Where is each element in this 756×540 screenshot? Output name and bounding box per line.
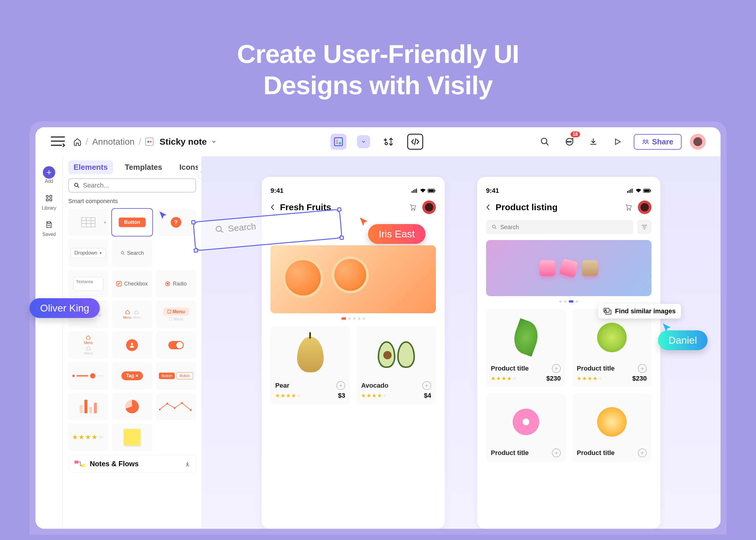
component-button[interactable]: Button	[112, 209, 152, 236]
status-icons	[627, 189, 652, 193]
search-input-mock2[interactable]	[500, 224, 628, 230]
product-name: Pear	[275, 382, 289, 389]
component-textarea[interactable]: Textarea	[68, 270, 108, 297]
breadcrumb-root[interactable]: Annotation	[92, 137, 134, 147]
add-icon[interactable]: +	[552, 364, 561, 373]
svg-point-15	[121, 252, 124, 254]
selection-box[interactable]: Search	[193, 209, 343, 251]
context-label: Find similar images	[615, 307, 676, 315]
component-tag[interactable]: Tag ×	[112, 362, 152, 389]
component-table[interactable]: ▾	[68, 209, 108, 236]
svg-point-4	[567, 141, 568, 142]
component-toggle[interactable]	[156, 332, 196, 359]
back-icon[interactable]	[486, 204, 490, 210]
svg-point-44	[627, 209, 628, 210]
svg-point-46	[492, 225, 495, 228]
component-slider[interactable]	[68, 362, 108, 389]
code-button[interactable]	[407, 134, 423, 150]
cart-icon[interactable]	[624, 203, 632, 211]
product-card-pear[interactable]: Pear+ ★★★★★$3	[270, 326, 350, 404]
component-search[interactable]: Search	[112, 239, 152, 267]
library-tool[interactable]: Library	[42, 194, 57, 211]
product-card[interactable]: Product title+	[572, 394, 652, 462]
component-menu-vertical[interactable]: Menu Menu	[68, 332, 108, 359]
mockup-fresh-fruits[interactable]: 9:41 Fresh Fruits	[262, 177, 445, 529]
product-card[interactable]: Product title+ ★★★★★$230	[486, 309, 565, 387]
component-checkbox[interactable]: Checkbox	[112, 270, 152, 297]
collapse-panel-button[interactable]: ‹	[198, 165, 202, 179]
svg-rect-39	[630, 189, 631, 193]
user-avatar[interactable]	[690, 134, 706, 150]
download-button[interactable]	[585, 134, 601, 150]
product-card[interactable]: Product title+	[486, 394, 565, 462]
cart-icon[interactable]	[409, 203, 416, 211]
carousel-dots[interactable]	[486, 300, 652, 303]
tab-icons[interactable]: Icons	[174, 160, 202, 174]
component-stars[interactable]: ★★★★★	[68, 424, 108, 451]
status-time: 9:41	[270, 187, 283, 195]
back-icon[interactable]	[270, 204, 275, 210]
component-dropdown[interactable]: Dropdown▼	[68, 239, 108, 267]
saved-tool[interactable]: Saved	[42, 221, 56, 237]
search-icon	[215, 225, 225, 234]
tab-templates[interactable]: Templates	[120, 160, 168, 174]
chevron-down-icon[interactable]	[211, 139, 217, 145]
component-menu-highlight[interactable]: ☐ Menu ☐ Menu	[156, 301, 196, 328]
component-menu-icons[interactable]: MenuMenu	[112, 301, 152, 328]
play-button[interactable]	[610, 134, 626, 150]
listing-hero-image[interactable]	[486, 240, 652, 296]
product-card-avocado[interactable]: Avocado+ ★★★★★$4	[357, 326, 436, 404]
component-avatar[interactable]	[112, 332, 152, 359]
product-card[interactable]: Product title+ ★★★★★$230	[572, 309, 652, 387]
panel-search[interactable]	[68, 178, 196, 193]
design-mode-button[interactable]	[331, 134, 346, 150]
add-tool[interactable]: + Add	[43, 166, 55, 184]
carousel-dots[interactable]	[270, 318, 436, 320]
component-bars[interactable]	[68, 393, 108, 420]
design-canvas[interactable]: 9:41 Fresh Fruits	[202, 156, 720, 529]
svg-point-9	[46, 196, 49, 198]
search-field[interactable]	[486, 220, 633, 234]
component-pie[interactable]	[112, 393, 152, 420]
component-buttons[interactable]: ButtonButton	[156, 362, 196, 389]
component-empty[interactable]	[156, 239, 196, 267]
hero-image[interactable]	[270, 245, 436, 313]
screen-title: Product listing	[496, 202, 557, 212]
context-menu-find-similar[interactable]: Find similar images	[598, 304, 681, 319]
panel-search-input[interactable]	[83, 182, 191, 189]
search-button[interactable]	[537, 134, 553, 150]
component-radio[interactable]: Radio	[156, 270, 196, 297]
breadcrumb-current[interactable]: Sticky note	[159, 137, 207, 147]
filter-button[interactable]	[637, 220, 652, 234]
notes-flows-button[interactable]: Notes & Flows	[68, 455, 196, 473]
add-icon[interactable]: +	[638, 449, 647, 457]
svg-point-13	[75, 183, 78, 187]
product-name: Product title	[577, 449, 615, 457]
svg-rect-29	[415, 189, 415, 193]
add-icon[interactable]: +	[552, 449, 561, 457]
user-avatar-mock[interactable]	[422, 201, 436, 214]
tab-elements[interactable]: Elements	[68, 160, 113, 174]
share-button[interactable]: Share	[634, 134, 681, 150]
add-icon[interactable]: +	[638, 364, 647, 373]
dropdown-toggle[interactable]	[357, 135, 370, 148]
product-price: $4	[424, 392, 431, 399]
magic-convert-button[interactable]	[380, 134, 396, 150]
svg-point-18	[167, 283, 169, 285]
add-icon[interactable]: +	[336, 381, 345, 390]
component-sticky[interactable]	[112, 424, 152, 451]
menu-icon[interactable]	[50, 135, 66, 149]
mockup-product-listing[interactable]: 9:41 Product listing	[477, 177, 660, 529]
home-icon[interactable]	[73, 138, 81, 146]
user-avatar-mock[interactable]	[638, 201, 652, 214]
component-sparkline[interactable]	[156, 393, 196, 420]
svg-rect-0	[334, 138, 342, 146]
component-empty2[interactable]	[156, 424, 196, 451]
svg-rect-10	[50, 196, 52, 198]
comments-button[interactable]: 18	[561, 134, 577, 150]
product-price: $3	[338, 392, 345, 399]
add-icon[interactable]: +	[422, 381, 431, 390]
svg-point-24	[190, 409, 192, 411]
svg-rect-40	[632, 189, 633, 193]
svg-rect-11	[46, 199, 49, 201]
